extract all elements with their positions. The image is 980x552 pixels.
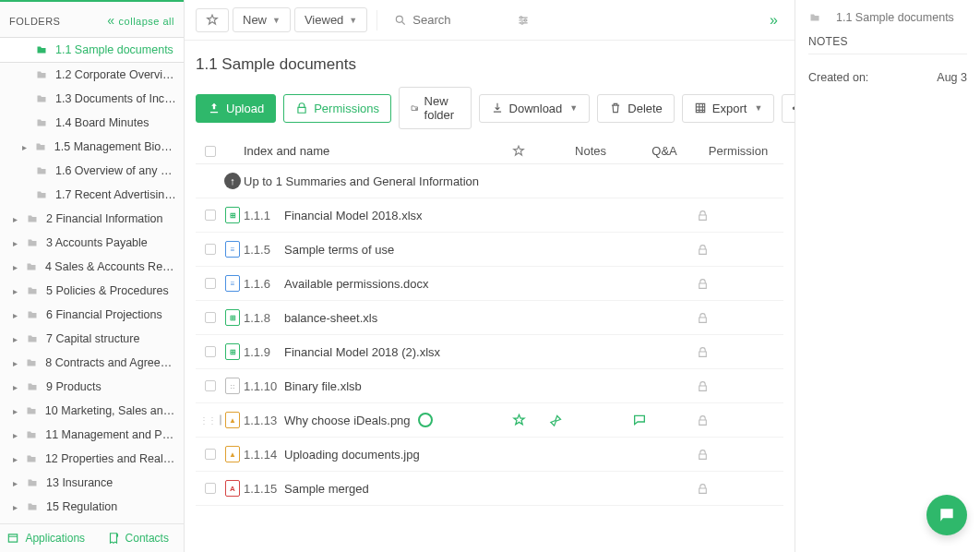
lock-icon[interactable] (697, 483, 709, 495)
expand-right-button[interactable]: » (764, 8, 783, 32)
col-notes[interactable]: Notes (549, 144, 632, 158)
col-qa[interactable]: Q&A (632, 144, 697, 158)
search-box[interactable] (387, 9, 503, 30)
row-checkbox[interactable] (205, 380, 216, 391)
lock-icon[interactable] (697, 210, 709, 222)
file-index: 1.1.6 (244, 277, 284, 291)
row-checkbox[interactable] (205, 483, 216, 494)
lock-icon[interactable] (697, 278, 709, 290)
folder-item[interactable]: ▸13 Insurance (0, 471, 184, 495)
lock-icon[interactable] (697, 380, 709, 392)
upload-button[interactable]: Upload (196, 94, 276, 123)
row-checkbox[interactable] (205, 278, 216, 289)
folder-item[interactable]: 1.6 Overview of any Sub... (0, 159, 184, 183)
folder-item[interactable]: ▸12 Properties and Real Est... (0, 447, 184, 471)
file-name: Sample merged (284, 482, 369, 496)
lock-icon[interactable] (697, 346, 709, 358)
applications-button[interactable]: Applications (0, 524, 92, 552)
folder-item[interactable]: 1.1 Sample documents (0, 37, 184, 63)
folder-item[interactable]: ▸5 Policies & Procedures (0, 279, 184, 303)
folder-item[interactable]: ▸3 Accounts Payable (0, 231, 184, 255)
filter-settings-button[interactable] (507, 8, 540, 32)
folder-label: 2 Financial Information (46, 212, 162, 225)
folder-item[interactable]: ▸4 Sales & Accounts Receiv... (0, 255, 184, 279)
folder-item[interactable]: ▸2 Financial Information (0, 207, 184, 231)
chat-bubble-icon[interactable] (632, 413, 647, 427)
folder-tree[interactable]: 1.1 Sample documents1.2 Corporate Overvi… (0, 37, 184, 523)
delete-button[interactable]: Delete (597, 94, 675, 123)
folder-item[interactable]: ▸9 Products (0, 375, 184, 399)
row-checkbox[interactable] (205, 449, 216, 460)
file-name: Financial Model 2018.xlsx (284, 209, 423, 222)
folder-icon (25, 429, 38, 440)
select-all-checkbox[interactable] (205, 146, 216, 157)
file-row[interactable]: ⋮⋮▲1.1.13Why choose iDeals.png (196, 403, 783, 438)
upload-label: Upload (226, 102, 264, 115)
folder-item[interactable]: 1.7 Recent Advertising o... (0, 183, 184, 207)
folder-item[interactable]: ▸8 Contracts and Agreeme... (0, 351, 184, 375)
search-input[interactable] (412, 13, 496, 27)
new-dropdown[interactable]: New ▼ (233, 7, 291, 32)
folder-item[interactable]: ▸10 Marketing, Sales and Di... (0, 399, 184, 423)
file-row[interactable]: A1.1.15Sample merged (196, 472, 783, 506)
new-folder-button[interactable]: New folder (399, 87, 472, 129)
summary-row[interactable]: ↑ Up to 1 Summaries and General Informat… (196, 164, 783, 198)
file-row[interactable]: ⊞1.1.1Financial Model 2018.xlsx (196, 198, 783, 233)
applications-icon (6, 532, 19, 545)
contacts-button[interactable]: Contacts (92, 524, 185, 552)
folder-icon (34, 141, 47, 152)
row-checkbox[interactable] (205, 244, 216, 255)
chat-fab[interactable] (926, 495, 967, 535)
lock-icon[interactable] (697, 244, 709, 256)
created-on-label: Created on: (808, 71, 868, 84)
collapse-all-button[interactable]: « collapse all (107, 13, 174, 30)
permissions-button[interactable]: Permissions (283, 94, 391, 123)
row-checkbox[interactable] (205, 312, 216, 323)
file-row[interactable]: ≡1.1.6Available permissions.docx (196, 267, 783, 301)
pin-icon[interactable] (549, 414, 563, 427)
folder-icon (35, 165, 48, 176)
star-icon[interactable] (512, 414, 526, 427)
col-index-name[interactable]: Index and name (244, 144, 329, 158)
folder-item[interactable]: ▸15 Regulation (0, 495, 184, 519)
chevron-right-icon: ▸ (13, 430, 21, 440)
row-checkbox[interactable] (205, 210, 216, 221)
chevron-down-icon: ▼ (754, 103, 762, 113)
file-row[interactable]: ⊞1.1.8balance-sheet.xls (196, 301, 783, 335)
folder-item[interactable]: ▸6 Financial Projections (0, 303, 184, 327)
folder-item[interactable]: 1.3 Documents of Incorp... (0, 87, 184, 111)
folder-label: 4 Sales & Accounts Receiv... (45, 260, 176, 273)
new-label: New (243, 13, 267, 27)
folder-icon (25, 453, 38, 464)
download-button[interactable]: Download ▼ (479, 94, 591, 123)
folder-icon (25, 357, 38, 368)
folder-item[interactable]: 1.4 Board Minutes (0, 111, 184, 135)
chevron-right-icon: ▸ (13, 334, 22, 344)
file-row[interactable]: ::1.1.10Binary file.xlsb (196, 369, 783, 403)
lock-icon[interactable] (697, 449, 709, 461)
folder-label: 1.5 Management Bios an... (54, 140, 176, 153)
folder-item[interactable]: ▸7 Capital structure (0, 327, 184, 351)
lock-icon[interactable] (697, 312, 709, 324)
folder-item[interactable]: ▸1.5 Management Bios an... (0, 135, 184, 159)
new-folder-icon (411, 102, 419, 114)
file-row[interactable]: ▲1.1.14Uploading documents.jpg (196, 438, 783, 472)
chevron-right-icon: ▸ (13, 358, 21, 368)
export-button[interactable]: Export ▼ (682, 94, 775, 123)
folder-icon (808, 12, 821, 23)
drag-handle-icon[interactable]: ⋮⋮ (199, 415, 220, 426)
star-icon[interactable] (512, 145, 525, 158)
file-row[interactable]: ⊞1.1.9Financial Model 2018 (2).xlsx (196, 335, 783, 369)
chevron-right-icon: ▸ (13, 286, 22, 296)
star-filter-button[interactable] (196, 8, 229, 32)
row-checkbox[interactable] (205, 346, 216, 357)
folder-item[interactable]: 1.2 Corporate Overview (0, 63, 184, 87)
more-actions-button[interactable]: ••• (782, 94, 795, 123)
file-index: 1.1.5 (244, 243, 284, 257)
folder-item[interactable]: ▸11 Management and Pers... (0, 423, 184, 447)
col-permission[interactable]: Permission (697, 144, 780, 158)
viewed-dropdown[interactable]: Viewed ▼ (294, 7, 367, 32)
file-row[interactable]: ≡1.1.5Sample terms of use (196, 233, 783, 267)
viewed-label: Viewed (305, 13, 343, 27)
lock-icon[interactable] (697, 414, 709, 426)
